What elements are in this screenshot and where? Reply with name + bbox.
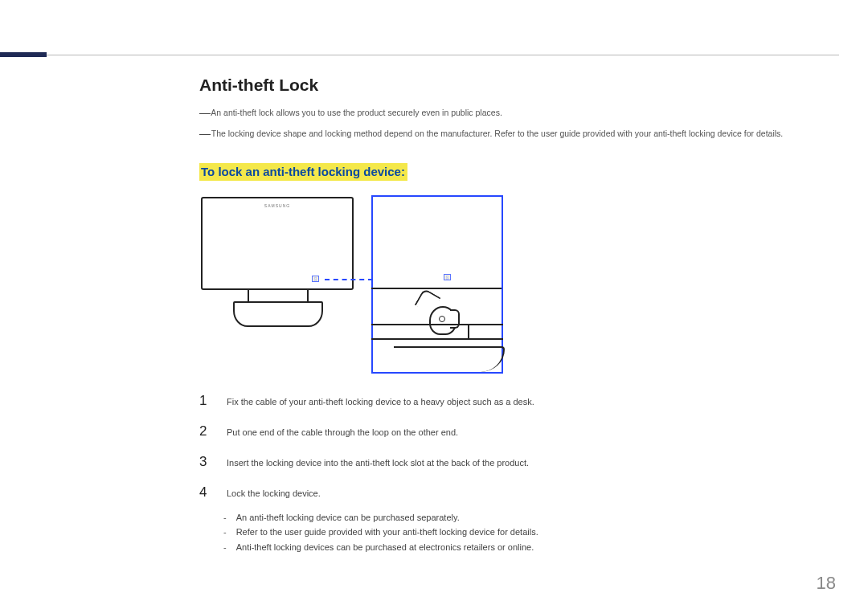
step-number: 2 bbox=[199, 423, 209, 439]
sublist-text: An anti-theft locking device can be purc… bbox=[236, 510, 460, 525]
tv-screen-icon: SAMSUNG bbox=[201, 197, 354, 290]
step-number: 3 bbox=[199, 454, 209, 470]
sublist-item: - An anti-theft locking device can be pu… bbox=[223, 510, 836, 525]
figure-zoom: ⍂ bbox=[371, 195, 503, 374]
tv-brand-label: SAMSUNG bbox=[264, 203, 290, 208]
note-text: The locking device shape and locking met… bbox=[211, 129, 784, 138]
step-number: 4 bbox=[199, 484, 209, 501]
callout-dash-line-icon bbox=[325, 279, 373, 280]
sublist-item: - Anti-theft locking devices can be purc… bbox=[223, 540, 836, 555]
figure-tv: SAMSUNG ⍂ bbox=[199, 195, 355, 332]
page-number: 18 bbox=[817, 573, 836, 594]
step-text: Insert the locking device into the anti-… bbox=[227, 456, 529, 470]
header-rule bbox=[47, 55, 839, 55]
step-text: Lock the locking device. bbox=[227, 487, 321, 501]
lock-keyhole-icon bbox=[439, 316, 445, 322]
zoom-neck-icon bbox=[371, 324, 469, 340]
step-text: Put one end of the cable through the loo… bbox=[227, 426, 458, 439]
header-accent-bar bbox=[0, 52, 47, 57]
sublist-dash-icon: - bbox=[223, 510, 227, 525]
note-line-2: ― The locking device shape and locking m… bbox=[199, 127, 836, 145]
sublist-text: Refer to the user guide provided with yo… bbox=[236, 525, 538, 540]
zoom-base-curve-icon bbox=[394, 346, 505, 372]
zoom-screen-edge-icon bbox=[371, 195, 502, 289]
sublist-dash-icon: - bbox=[223, 540, 227, 555]
step-number: 1 bbox=[199, 393, 209, 409]
figure-area: SAMSUNG ⍂ ⍂ bbox=[199, 195, 836, 374]
note-line-1: ― An anti-theft lock allows you to use t… bbox=[199, 106, 836, 124]
subsection-heading: To lock an anti-theft locking device: bbox=[199, 163, 407, 181]
tv-base-icon bbox=[233, 301, 323, 327]
note-dash-icon: ― bbox=[199, 104, 209, 121]
lock-slot-label-zoom-icon: ⍂ bbox=[444, 274, 451, 280]
page-content: Anti-theft Lock ― An anti-theft lock all… bbox=[199, 76, 836, 555]
lock-slot-label-icon: ⍂ bbox=[312, 276, 319, 282]
sublist-text: Anti-theft locking devices can be purcha… bbox=[236, 540, 534, 555]
sublist-item: - Refer to the user guide provided with … bbox=[223, 525, 836, 540]
step-item: 1 Fix the cable of your anti-theft locki… bbox=[199, 393, 836, 409]
step-item: 4 Lock the locking device. bbox=[199, 484, 836, 501]
steps-list: 1 Fix the cable of your anti-theft locki… bbox=[199, 393, 836, 555]
note-text: An anti-theft lock allows you to use the… bbox=[211, 108, 502, 117]
step-item: 2 Put one end of the cable through the l… bbox=[199, 423, 836, 439]
step-sublist: - An anti-theft locking device can be pu… bbox=[223, 510, 836, 555]
sublist-dash-icon: - bbox=[223, 525, 227, 540]
step-item: 3 Insert the locking device into the ant… bbox=[199, 454, 836, 470]
step-text: Fix the cable of your anti-theft locking… bbox=[227, 395, 534, 409]
zoom-neck2-icon bbox=[468, 324, 503, 340]
note-dash-icon: ― bbox=[199, 125, 209, 142]
section-title: Anti-theft Lock bbox=[199, 76, 836, 95]
